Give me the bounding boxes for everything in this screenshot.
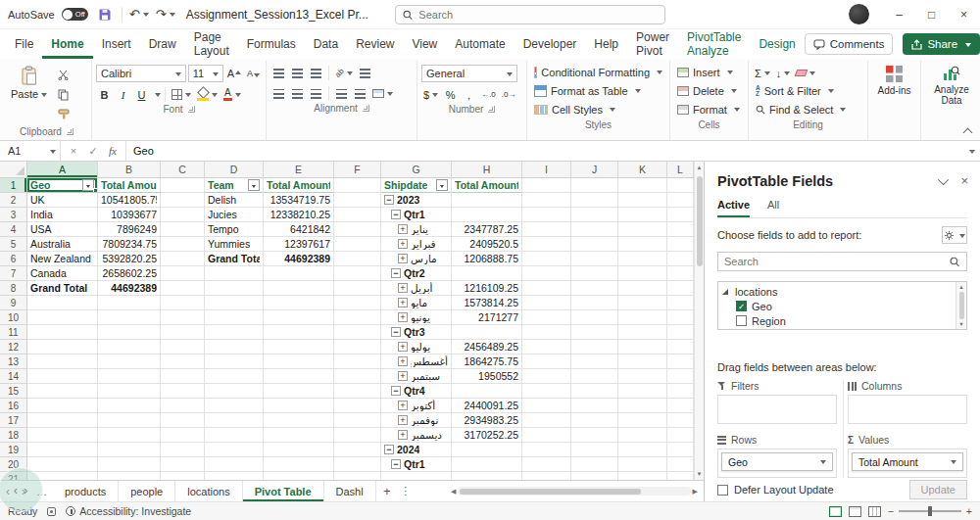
cell-L16[interactable]: [667, 399, 694, 413]
cell-J12[interactable]: [571, 340, 618, 355]
expand-formula-bar-button[interactable]: [960, 141, 980, 161]
cell-F2[interactable]: [334, 193, 381, 208]
scroll-left-button[interactable]: ◀: [451, 488, 456, 496]
cell-F6[interactable]: [334, 252, 381, 266]
cell-D9[interactable]: [205, 296, 264, 310]
vertical-scrollbar[interactable]: ▲ ▼: [694, 162, 704, 480]
cell-I16[interactable]: [522, 399, 571, 413]
cell-A4[interactable]: USA: [27, 222, 98, 237]
profile-avatar[interactable]: [849, 4, 869, 24]
cell-L20[interactable]: [667, 457, 694, 472]
cell-J17[interactable]: [571, 413, 618, 428]
sheet-tab[interactable]: Pivot Table: [243, 481, 324, 501]
analyze-data-button[interactable]: Analyze Data: [925, 63, 978, 109]
ribbon-tab[interactable]: Automate: [446, 29, 514, 59]
column-header-K[interactable]: K: [618, 162, 667, 178]
expand-icon[interactable]: +: [398, 254, 408, 263]
defer-layout-checkbox[interactable]: [717, 485, 728, 496]
save-button[interactable]: [95, 4, 115, 25]
column-header-J[interactable]: J: [571, 162, 618, 178]
formula-input[interactable]: Geo: [126, 141, 960, 161]
cell-D19[interactable]: [205, 443, 264, 457]
cell-D8[interactable]: [205, 281, 264, 296]
cell-E13[interactable]: [264, 355, 334, 369]
percent-style-button[interactable]: %: [442, 86, 459, 103]
cell-K11[interactable]: [618, 325, 667, 340]
column-header-I[interactable]: I: [522, 162, 571, 178]
cell-C3[interactable]: [161, 208, 205, 222]
cell-E2[interactable]: 13534719.75: [264, 193, 334, 208]
cell-D7[interactable]: [205, 266, 264, 281]
cell-H6[interactable]: 1206888.75: [452, 252, 522, 266]
cell-styles-button[interactable]: Cell Styles: [531, 100, 665, 118]
underline-button[interactable]: U: [133, 86, 150, 103]
cell-B8[interactable]: 44692389: [98, 281, 161, 296]
cell-G2[interactable]: −2023: [381, 193, 452, 208]
cell-C5[interactable]: [161, 237, 205, 252]
cell-B7[interactable]: 2658602.25: [98, 266, 161, 281]
align-right-button[interactable]: [308, 85, 324, 102]
scroll-up-button[interactable]: ▲: [697, 162, 703, 173]
cell-C9[interactable]: [161, 296, 205, 310]
cell-C17[interactable]: [161, 413, 205, 428]
cell-L3[interactable]: [667, 208, 694, 222]
ribbon-tab[interactable]: Page Layout: [185, 29, 238, 59]
row-header-16[interactable]: 16: [0, 399, 27, 413]
cell-F4[interactable]: [334, 222, 381, 237]
macro-record-icon[interactable]: [47, 507, 56, 516]
decrease-font-button[interactable]: A: [245, 66, 262, 82]
cell-G1[interactable]: Shipdate: [381, 178, 452, 193]
cell-F13[interactable]: [334, 355, 381, 369]
cell-E20[interactable]: [264, 457, 334, 472]
cell-K5[interactable]: [618, 237, 667, 252]
cell-C8[interactable]: [161, 281, 205, 296]
cell-E12[interactable]: [264, 340, 334, 355]
cell-I12[interactable]: [522, 340, 571, 355]
cell-E17[interactable]: [264, 413, 334, 428]
cell-I8[interactable]: [522, 281, 571, 296]
increase-indent-button[interactable]: [352, 85, 368, 102]
cell-I6[interactable]: [522, 252, 571, 266]
cell-K18[interactable]: [618, 428, 667, 443]
cell-D4[interactable]: Tempo: [205, 222, 264, 237]
cell-D6[interactable]: Grand Total: [205, 252, 264, 266]
align-middle-button[interactable]: [289, 65, 306, 81]
cell-E11[interactable]: [264, 325, 334, 340]
cut-button[interactable]: [55, 67, 72, 83]
cell-H20[interactable]: [452, 457, 522, 472]
cell-J11[interactable]: [571, 325, 618, 340]
page-layout-view-button[interactable]: [849, 506, 861, 517]
sheet-options-button[interactable]: ⋮: [398, 481, 414, 501]
merge-center-button[interactable]: [370, 85, 395, 102]
wrap-text-button[interactable]: [357, 65, 373, 81]
cell-C15[interactable]: [161, 384, 205, 399]
cell-D3[interactable]: Jucies: [205, 208, 264, 222]
ribbon-tab[interactable]: Power Pivot: [627, 29, 678, 59]
cell-D18[interactable]: [205, 428, 264, 443]
zoom-in-button[interactable]: +: [966, 505, 972, 517]
cell-J21[interactable]: [571, 472, 618, 480]
add-ins-button[interactable]: Add-ins: [873, 63, 916, 99]
cell-F11[interactable]: [334, 325, 381, 340]
expand-icon[interactable]: +: [398, 239, 408, 249]
cell-J1[interactable]: [571, 178, 618, 193]
cell-F16[interactable]: [334, 399, 381, 413]
cell-G3[interactable]: −Qtr1: [381, 208, 452, 222]
cell-A19[interactable]: [27, 443, 98, 457]
cell-J2[interactable]: [571, 193, 618, 208]
cell-C1[interactable]: [161, 178, 205, 193]
horizontal-scroll-track[interactable]: [458, 487, 690, 496]
cell-D12[interactable]: [205, 340, 264, 355]
column-header-E[interactable]: E: [264, 162, 334, 178]
clear-button[interactable]: [794, 65, 817, 81]
cell-G13[interactable]: +أغسطس: [381, 355, 452, 369]
row-header-19[interactable]: 19: [0, 443, 27, 457]
close-button[interactable]: ×: [948, 0, 980, 29]
cell-I21[interactable]: [522, 472, 571, 480]
expand-icon[interactable]: +: [398, 283, 408, 293]
ribbon-tab[interactable]: Draw: [140, 29, 185, 59]
column-header-B[interactable]: B: [98, 162, 161, 178]
cell-K8[interactable]: [618, 281, 667, 296]
expand-icon[interactable]: +: [398, 298, 408, 307]
cell-F8[interactable]: [334, 281, 381, 296]
